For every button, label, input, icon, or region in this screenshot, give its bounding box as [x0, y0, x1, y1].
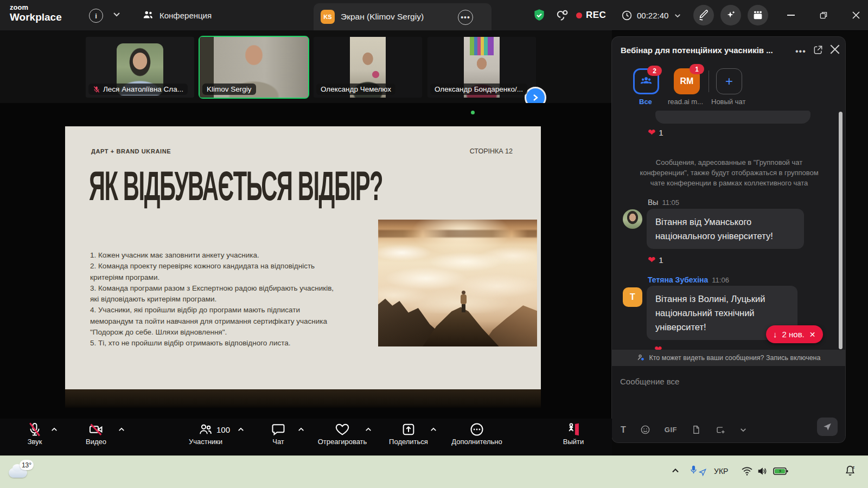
- privacy-text: Кто может видеть ваши сообщения? Запись …: [649, 354, 821, 362]
- plus-icon: +: [725, 74, 733, 89]
- chat-system-notice: Сообщения, адресованные в "Групповой чат…: [634, 157, 825, 188]
- chevron-down-icon[interactable]: [113, 12, 120, 17]
- participants-button[interactable]: [198, 422, 213, 437]
- chat-label: Чат: [272, 438, 284, 446]
- presentation-slide: ДАРТ + BRAND UKRAINE СТОРІНКА 12 ЯК ВІДБ…: [65, 126, 541, 389]
- chat-tab-all-label[interactable]: Все: [639, 98, 652, 106]
- chat-tab-all[interactable]: 2: [633, 68, 659, 94]
- chat-message-input[interactable]: Сообщение все: [620, 377, 679, 386]
- chevron-down-icon[interactable]: [740, 428, 746, 432]
- screenshot-icon[interactable]: [715, 425, 726, 435]
- reaction-chip[interactable]: ❤ 1: [648, 128, 663, 137]
- meeting-toolbar: Звук Видео 100 Участники: [0, 419, 612, 455]
- message-sender-row: Вы11:05: [648, 198, 679, 207]
- participant-name-tag: Олександр Чемелюх: [316, 84, 395, 95]
- tab-meeting[interactable]: Конференция: [142, 7, 212, 24]
- minimize-button[interactable]: [783, 8, 799, 23]
- security-shield-icon[interactable]: [532, 8, 546, 22]
- ai-companion-button[interactable]: [720, 5, 741, 25]
- tray-location-icon[interactable]: [698, 468, 707, 477]
- participants-count: 100: [216, 425, 230, 434]
- participants-label: Участники: [189, 438, 222, 446]
- volume-icon[interactable]: [757, 466, 768, 476]
- chat-close-icon[interactable]: [830, 44, 840, 54]
- video-button[interactable]: [88, 422, 104, 437]
- heart-outline-icon: [335, 422, 350, 437]
- chat-chevron-icon[interactable]: [298, 427, 304, 432]
- gif-button[interactable]: GIF: [665, 426, 677, 434]
- screen-layout-icon[interactable]: [556, 8, 570, 22]
- tab-screen-share[interactable]: KS Экран (Klimov Sergiy) •••: [314, 3, 492, 30]
- tray-chevron-icon[interactable]: [672, 468, 679, 473]
- notification-bell-icon[interactable]: z: [844, 465, 856, 478]
- annotate-button[interactable]: [693, 5, 714, 25]
- send-button[interactable]: [817, 418, 838, 436]
- pill-close-icon[interactable]: ✕: [809, 330, 816, 339]
- readai-initials: RM: [680, 76, 694, 86]
- svg-text:z: z: [853, 465, 855, 470]
- language-indicator[interactable]: УКР: [714, 467, 728, 476]
- tab-divider: [709, 70, 709, 92]
- apps-button[interactable]: [748, 5, 768, 25]
- chat-more-icon[interactable]: •••: [795, 47, 806, 56]
- chat-popout-icon[interactable]: [813, 44, 824, 55]
- slide-title: ЯК ВІДБУВАЄТЬСЯ ВІДБІР?: [89, 162, 382, 209]
- participants-chevron-icon[interactable]: [238, 427, 244, 432]
- slide-list-item: 5. Ті, хто не пройшли відбір отримають в…: [90, 338, 341, 349]
- audio-label: Звук: [28, 438, 42, 446]
- file-icon[interactable]: [691, 425, 701, 435]
- tray-mic-icon[interactable]: [690, 465, 698, 476]
- chat-tab-new-label[interactable]: Новый чат: [711, 98, 745, 106]
- new-messages-pill[interactable]: ↓ 2 нов. ✕: [766, 325, 823, 343]
- share-screen-icon: [401, 422, 416, 437]
- participant-tile[interactable]: Леся Анатоліївна Сла...: [86, 37, 194, 98]
- audio-button[interactable]: [27, 422, 42, 437]
- format-text-icon[interactable]: T: [621, 425, 626, 435]
- zoom-workplace-window: zoom Workplace i Конференция KS Экран (K…: [0, 0, 868, 488]
- heart-icon: ❤: [648, 128, 655, 137]
- partial-message-bubble[interactable]: [655, 111, 810, 124]
- video-strip: Леся Анатоліївна Сла... Klimov Sergiy Ол…: [0, 30, 612, 103]
- share-indicator-dot: [471, 111, 475, 114]
- audio-chevron-icon[interactable]: [51, 427, 58, 432]
- slide-photo-mountain-clouds: [378, 220, 537, 346]
- chat-tab-readai-label[interactable]: read.ai m...: [668, 98, 703, 106]
- share-button[interactable]: [401, 422, 416, 437]
- message-bubble[interactable]: Вітання від Уманського національного уні…: [647, 209, 804, 249]
- video-chevron-icon[interactable]: [118, 427, 125, 432]
- restore-button[interactable]: [816, 8, 831, 23]
- send-icon: [822, 422, 832, 432]
- participant-tile[interactable]: Олександр Бондаренко/...: [427, 37, 536, 98]
- emoji-icon[interactable]: [640, 425, 650, 435]
- participant-tile-active-speaker[interactable]: Klimov Sergiy: [200, 37, 308, 98]
- more-button[interactable]: [469, 422, 484, 437]
- sender-name[interactable]: Тетяна Зубехіна: [648, 275, 708, 284]
- clock-icon: [621, 10, 633, 21]
- react-chevron-icon[interactable]: [365, 427, 372, 432]
- tab-more-options-icon[interactable]: •••: [458, 10, 473, 25]
- react-button[interactable]: [335, 422, 350, 437]
- info-icon[interactable]: i: [89, 9, 103, 23]
- battery-icon[interactable]: [773, 467, 788, 476]
- reaction-chip[interactable]: ❤ 1: [648, 255, 663, 265]
- chat-scrollbar[interactable]: [839, 112, 843, 349]
- participant-tile[interactable]: Олександр Чемелюх: [314, 37, 422, 98]
- timer-chevron-icon[interactable]: [674, 14, 681, 18]
- privacy-bar[interactable]: Кто может видеть ваши сообщения? Запись …: [612, 350, 845, 366]
- participant-name: Klimov Sergiy: [207, 85, 252, 93]
- share-label: Поделиться: [389, 438, 428, 446]
- chat-tab-new[interactable]: +: [716, 68, 742, 94]
- windows-taskbar: 13° T: [0, 455, 868, 488]
- weather-widget[interactable]: 13°: [8, 459, 40, 484]
- participant-name-tag: Klimov Sergiy: [202, 84, 256, 95]
- chat-bubble-icon: [271, 422, 286, 437]
- share-chevron-icon[interactable]: [430, 427, 437, 432]
- participants-icon: [198, 422, 213, 437]
- wifi-icon[interactable]: [741, 466, 753, 476]
- leave-button[interactable]: [566, 422, 581, 437]
- apps-grid-icon: [752, 9, 764, 21]
- chat-button[interactable]: [271, 422, 286, 437]
- chat-panel-title: Вебінар для потенційних учасників ...: [621, 46, 773, 55]
- chat-tab-readai[interactable]: RM 1: [674, 68, 700, 94]
- close-button[interactable]: [848, 8, 864, 23]
